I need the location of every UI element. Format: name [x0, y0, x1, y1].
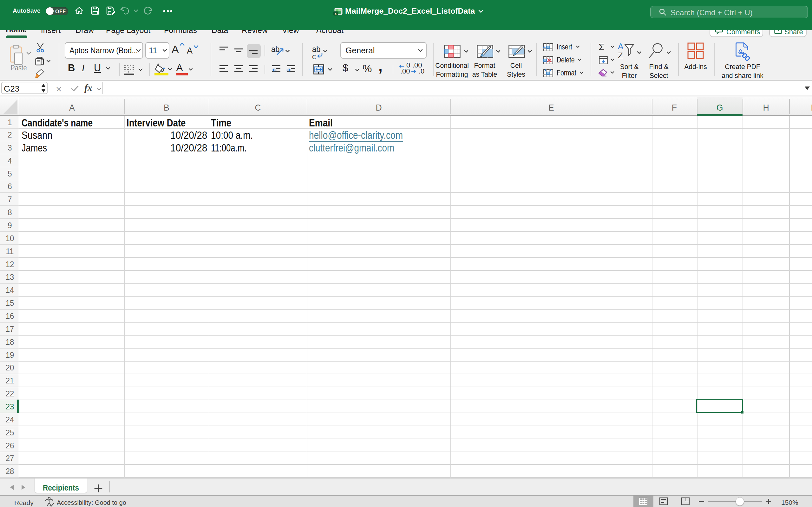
svg-text:A: A: [618, 42, 623, 51]
svg-text:x: x: [335, 12, 337, 15]
svg-text:Z: Z: [618, 51, 623, 60]
